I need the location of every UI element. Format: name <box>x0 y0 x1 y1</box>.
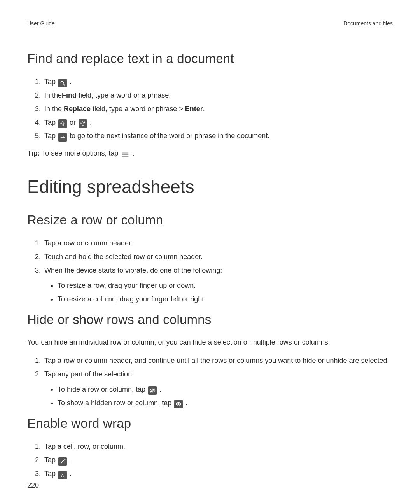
step-text: . <box>90 119 92 126</box>
step: Tap a row or column header, and continue… <box>43 355 393 366</box>
step: Tap . <box>43 76 393 88</box>
heading-editing-spreadsheets: Editing spreadsheets <box>27 176 393 197</box>
list-item: To hide a row or column, tap . <box>58 384 393 395</box>
running-header: User Guide Documents and files <box>27 20 393 26</box>
steps-resize: Tap a row or column header. Touch and ho… <box>27 238 393 304</box>
step: In theFind field, type a word or a phras… <box>43 90 393 101</box>
list-item: To resize a column, drag your finger lef… <box>58 294 393 305</box>
step-text: To resize a column, drag your finger lef… <box>58 295 206 303</box>
step-text: or <box>70 119 78 126</box>
step-text: . <box>159 385 161 393</box>
step: When the device starts to vibrate, do on… <box>43 265 393 304</box>
svg-text:A: A <box>61 473 64 478</box>
svg-marker-10 <box>63 136 65 139</box>
svg-text:A: A <box>60 122 62 124</box>
steps-wrap: Tap a cell, row, or column. Tap . Tap A … <box>27 441 393 480</box>
edit-icon <box>58 457 67 466</box>
hide-intro: You can hide an individual row or column… <box>27 337 393 348</box>
list-item: To show a hidden row or column, tap . <box>58 397 393 409</box>
step-text: In the <box>44 105 64 113</box>
step-text: Tap <box>44 132 58 140</box>
step-text: To hide a row or column, tap <box>58 385 147 393</box>
steps-hide: Tap a row or column header, and continue… <box>27 355 393 408</box>
step-text: Tap any part of the selection. <box>44 370 134 378</box>
hide-icon <box>148 386 157 395</box>
step: Tap any part of the selection. To hide a… <box>43 369 393 408</box>
menu-icon <box>121 150 130 159</box>
substeps-resize: To resize a row, drag your finger up or … <box>44 280 393 305</box>
step-text: To show a hidden row or column, tap <box>58 399 173 407</box>
search-icon <box>58 79 67 88</box>
tip-line: Tip: To see more options, tap . <box>27 149 393 159</box>
font-icon: A <box>58 471 67 480</box>
heading-find-replace: Find and replace text in a document <box>27 51 393 66</box>
substeps-hide: To hide a row or column, tap . To show a… <box>44 384 393 409</box>
show-icon <box>174 400 183 408</box>
list-item: To resize a row, drag your finger up or … <box>58 280 393 291</box>
heading-word-wrap: Enable word wrap <box>27 416 393 431</box>
step-text: Tap a row or column header, and continue… <box>44 357 389 364</box>
step-text: When the device starts to vibrate, do on… <box>44 266 222 274</box>
tip-text: To see more options, tap <box>40 149 121 157</box>
step-text: . <box>70 456 72 464</box>
step-text: to go to the next instance of the word o… <box>70 132 270 140</box>
steps-find-replace: Tap . In theFind field, type a word or a… <box>27 76 393 142</box>
step-text: To resize a row, drag your finger up or … <box>58 282 196 289</box>
bold-replace: Replace <box>64 105 91 113</box>
step: Touch and hold the selected row or colum… <box>43 251 393 262</box>
heading-resize: Resize a row or column <box>27 213 393 228</box>
heading-hide-show: Hide or show rows and columns <box>27 312 393 327</box>
step-text: Tap a row or column header. <box>44 239 133 247</box>
svg-point-16 <box>178 403 179 405</box>
step-text: Touch and hold the selected row or colum… <box>44 253 203 261</box>
step: Tap AB or AB . <box>43 117 393 128</box>
step-text: In the <box>44 91 62 99</box>
svg-marker-7 <box>84 122 85 123</box>
step-text: . <box>186 399 187 407</box>
page-number: 220 <box>27 481 39 490</box>
running-header-right: Documents and files <box>343 20 393 26</box>
step-text: Tap <box>44 119 58 126</box>
svg-text:B: B <box>62 124 64 126</box>
step-text: . <box>203 105 205 113</box>
step-text: Tap <box>44 78 58 86</box>
svg-text:B: B <box>82 124 84 126</box>
doc-page: User Guide Documents and files Find and … <box>0 0 420 504</box>
bold-find: Find <box>62 91 77 99</box>
step-text: field, type a word or a phrase. <box>77 91 171 99</box>
svg-line-1 <box>63 84 65 86</box>
tip-label: Tip: <box>27 149 40 157</box>
running-header-left: User Guide <box>27 20 55 26</box>
step: Tap to go to the next instance of the wo… <box>43 130 393 142</box>
step: Tap . <box>43 455 393 466</box>
step-text: Tap a cell, row, or column. <box>44 443 125 450</box>
step: Tap A . <box>43 468 393 480</box>
replace-all-icon: AB <box>79 119 87 128</box>
step: Tap a cell, row, or column. <box>43 441 393 452</box>
svg-text:A: A <box>80 122 82 124</box>
tip-text: . <box>132 149 134 157</box>
step-text: . <box>70 78 72 86</box>
svg-marker-6 <box>83 123 84 124</box>
step-text: . <box>70 470 72 478</box>
step: In the Replace field, type a word or phr… <box>43 103 393 115</box>
bold-enter: Enter <box>185 105 203 113</box>
step-text: Tap <box>44 456 58 464</box>
step: Tap a row or column header. <box>43 238 393 249</box>
step-text: Tap <box>44 470 58 478</box>
replace-one-icon: AB <box>58 119 67 128</box>
step-text: field, type a word or phrase > <box>91 105 185 113</box>
next-arrow-icon <box>58 133 67 142</box>
